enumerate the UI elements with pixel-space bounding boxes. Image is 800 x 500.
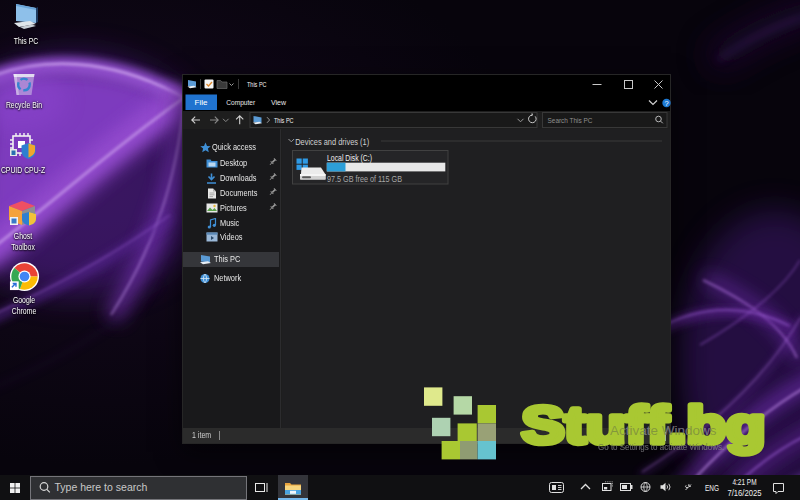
svg-text:This PC: This PC [247,80,267,89]
svg-text:Local Disk (C:): Local Disk (C:) [327,153,372,163]
svg-text:4:21 PM: 4:21 PM [733,477,757,487]
svg-text:File: File [195,98,208,107]
svg-text:View: View [271,98,287,107]
svg-text:97.5 GB free of 115 GB: 97.5 GB free of 115 GB [327,174,402,184]
svg-text:ENG: ENG [705,483,719,493]
svg-text:Computer: Computer [226,98,255,107]
svg-text:Type here to search: Type here to search [55,481,148,493]
svg-text:Devices and drives (1): Devices and drives (1) [295,137,369,147]
svg-text:This PC: This PC [274,116,294,125]
svg-text:7/16/2025: 7/16/2025 [728,488,762,498]
svg-text:Search This PC: Search This PC [548,116,593,125]
svg-text:?: ? [664,99,668,108]
